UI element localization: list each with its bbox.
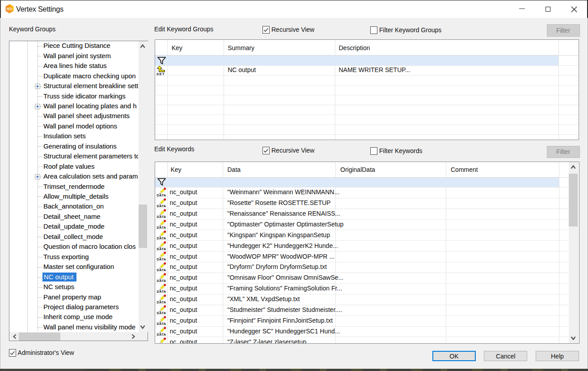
svg-text:DATA: DATA xyxy=(157,247,166,251)
svg-text:DATA: DATA xyxy=(157,279,166,283)
svg-text:DATA: DATA xyxy=(157,300,166,304)
svg-text:DATA: DATA xyxy=(157,322,166,326)
svg-text:BD: BD xyxy=(6,7,12,11)
svg-text:DATA: DATA xyxy=(157,226,166,230)
svg-text:DATA: DATA xyxy=(157,193,166,197)
svg-text:DATA: DATA xyxy=(157,311,166,315)
svg-text:DATA: DATA xyxy=(157,215,166,219)
svg-text:DATA: DATA xyxy=(157,269,166,273)
svg-text:DATA: DATA xyxy=(157,204,166,208)
svg-text:DATA: DATA xyxy=(157,258,166,262)
svg-text:SET: SET xyxy=(157,72,165,76)
svg-text:DATA: DATA xyxy=(157,236,166,240)
svg-text:DATA: DATA xyxy=(157,290,166,294)
svg-text:DATA: DATA xyxy=(157,333,166,337)
